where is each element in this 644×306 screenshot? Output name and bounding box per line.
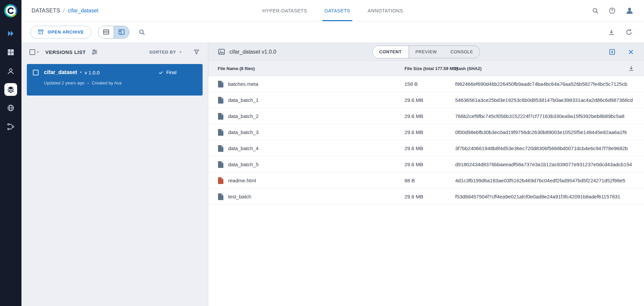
file-hash: f962466ef690d46b226450fb9aadc74ba4bc64a7… xyxy=(455,81,627,87)
help-icon[interactable] xyxy=(608,7,616,14)
tab-hyper-datasets[interactable]: HYPER-DATASETS xyxy=(262,0,307,21)
file-name: readme.html xyxy=(228,178,256,183)
filter-funnel-icon[interactable] xyxy=(193,49,200,55)
bullet-separator xyxy=(80,70,82,75)
versions-list-title: VERSIONS LIST xyxy=(45,49,86,55)
main-tabs: HYPER-DATASETS DATASETS ANNOTATIONS xyxy=(262,0,403,21)
table-row[interactable]: data_batch_5 29.6 MB d91802434d8376bbaee… xyxy=(208,157,644,173)
table-view-icon[interactable] xyxy=(98,26,114,38)
tab-console[interactable]: CONSOLE xyxy=(444,46,480,58)
sidebar-nav xyxy=(0,0,21,306)
search-icon[interactable] xyxy=(592,7,599,14)
check-icon xyxy=(158,70,164,75)
column-file-name: File Name (8 files) xyxy=(208,66,405,71)
app-root: DATASETS / cifar_dataset HYPER-DATASETS … xyxy=(0,0,644,306)
versions-panel-header: VERSIONS LIST SORTED BY xyxy=(21,43,208,61)
version-name: cifar_dataset xyxy=(44,69,77,75)
column-hash: Hash (SHA2) xyxy=(455,66,623,71)
file-name: data_batch_3 xyxy=(228,129,259,135)
file-icon xyxy=(218,145,223,152)
select-all-checkbox[interactable] xyxy=(30,49,35,55)
breadcrumb-datasets-link[interactable]: DATASETS xyxy=(32,8,60,14)
file-hash: 4d1c3fb199d6a183ae03f5162b469d7bc04edf2f… xyxy=(455,178,625,183)
version-card-top-row: cifar_dataset v 1.0.0 Final xyxy=(33,69,197,75)
file-list: batches.meta 158 B f962466ef690d46b22645… xyxy=(208,76,644,306)
file-name: data_batch_2 xyxy=(228,113,259,119)
main-column: DATASETS / cifar_dataset HYPER-DATASETS … xyxy=(21,0,644,306)
sorted-by-dropdown[interactable]: SORTED BY xyxy=(149,49,183,55)
split-view-icon[interactable] xyxy=(114,26,129,38)
pipelines-icon[interactable] xyxy=(4,120,17,133)
top-bar-icons xyxy=(592,6,634,15)
download-icon[interactable] xyxy=(623,65,644,72)
tab-preview[interactable]: PREVIEW xyxy=(409,46,444,58)
table-row[interactable]: data_batch_4 29.6 MB 3f7bb240661948b8f4d… xyxy=(208,140,644,157)
clearml-logo[interactable] xyxy=(3,3,18,18)
chevron-down-icon[interactable] xyxy=(35,49,41,55)
detail-panel-header: cifar_dataset v1.0.0 CONTENT PREVIEW CON… xyxy=(208,43,644,61)
column-file-size: File Size (total 177.59 MB) xyxy=(405,66,455,71)
file-icon xyxy=(218,113,223,120)
table-row[interactable]: batches.meta 158 B f962466ef690d46b22645… xyxy=(208,76,644,92)
version-card-selected[interactable]: cifar_dataset v 1.0.0 Final Updated 2 ye… xyxy=(27,64,203,96)
bullet-separator xyxy=(88,81,89,85)
models-icon[interactable] xyxy=(4,64,17,78)
breadcrumb-separator: / xyxy=(63,8,64,14)
status-badge: Final xyxy=(158,70,176,75)
close-icon[interactable] xyxy=(627,48,635,56)
file-hash: f53d8d457504f7cff4ea9e021afcf0e0ad8e24a9… xyxy=(455,194,623,199)
file-size: 158 B xyxy=(405,81,455,87)
file-name: data_batch_5 xyxy=(228,162,259,167)
file-hash: d91802434d8376bbaeeadf58a737e3a1b12ac839… xyxy=(455,162,632,167)
version-meta: Updated 2 years ago Created by Ava xyxy=(33,80,197,85)
chevron-down-icon xyxy=(178,49,183,55)
reports-globe-icon[interactable] xyxy=(4,101,17,115)
dataset-image-icon xyxy=(218,48,225,56)
tab-content[interactable]: CONTENT xyxy=(373,46,409,58)
file-hash: 54636561a3ce25bd3e19253c6b0d8538147b0ae3… xyxy=(455,97,633,103)
file-size: 29.6 MB xyxy=(405,162,455,167)
open-archive-label: OPEN ARCHIVE xyxy=(48,29,84,35)
getting-started-icon[interactable] xyxy=(4,27,17,40)
file-icon xyxy=(218,161,223,168)
auto-refresh-icon[interactable] xyxy=(625,28,633,36)
file-hash: 766b2cef9fbc745cf056b3152224f7cf77163b33… xyxy=(455,113,625,119)
detail-panel-title: cifar_dataset v1.0.0 xyxy=(229,49,276,55)
import-icon[interactable] xyxy=(608,48,616,56)
file-table-header: File Name (8 files) File Size (total 177… xyxy=(208,61,644,76)
datasets-layers-icon[interactable] xyxy=(4,83,17,96)
table-row[interactable]: readme.html 88 B 4d1c3fb199d6a183ae03f51… xyxy=(208,173,644,189)
version-checkbox[interactable] xyxy=(33,70,39,75)
download-icon[interactable] xyxy=(608,28,615,36)
table-row[interactable]: data_batch_2 29.6 MB 766b2cef9fbc745cf05… xyxy=(208,108,644,124)
file-name: test_batch xyxy=(228,194,251,199)
user-avatar-icon[interactable] xyxy=(625,6,634,15)
file-size: 88 B xyxy=(405,178,455,183)
view-mode-toggle xyxy=(98,26,129,39)
tune-filters-icon[interactable] xyxy=(91,49,98,55)
tab-datasets[interactable]: DATASETS xyxy=(324,0,350,21)
file-size: 29.6 MB xyxy=(405,129,455,135)
detail-tabs: CONTENT PREVIEW CONSOLE xyxy=(372,46,480,58)
version-created-by: Created by Ava xyxy=(92,80,122,85)
dataset-toolbar: OPEN ARCHIVE xyxy=(21,21,644,43)
status-label: Final xyxy=(166,70,176,75)
file-name: batches.meta xyxy=(228,81,258,87)
top-bar: DATASETS / cifar_dataset HYPER-DATASETS … xyxy=(21,0,644,21)
archive-icon xyxy=(38,29,44,35)
table-row[interactable]: test_batch 29.6 MB f53d8d457504f7cff4ea9… xyxy=(208,189,644,205)
version-detail-panel: cifar_dataset v1.0.0 CONTENT PREVIEW CON… xyxy=(208,43,644,306)
table-row[interactable]: data_batch_3 29.6 MB 0f00d98ebfb30b3ec0a… xyxy=(208,124,644,140)
file-icon xyxy=(218,129,223,136)
projects-grid-icon[interactable] xyxy=(4,46,17,59)
file-size: 29.6 MB xyxy=(405,97,455,103)
tab-annotations[interactable]: ANNOTATIONS xyxy=(368,0,403,21)
open-archive-button[interactable]: OPEN ARCHIVE xyxy=(30,26,91,39)
content-area: VERSIONS LIST SORTED BY xyxy=(21,43,644,306)
file-icon xyxy=(218,193,223,200)
file-hash: 3f7bb240661948b8f4d53e36ec720d8306f5668b… xyxy=(455,145,628,151)
file-name: data_batch_4 xyxy=(228,145,259,151)
versions-search-icon[interactable] xyxy=(138,28,146,36)
detail-header-icons xyxy=(608,48,635,56)
table-row[interactable]: data_batch_1 29.6 MB 54636561a3ce25bd3e1… xyxy=(208,92,644,108)
